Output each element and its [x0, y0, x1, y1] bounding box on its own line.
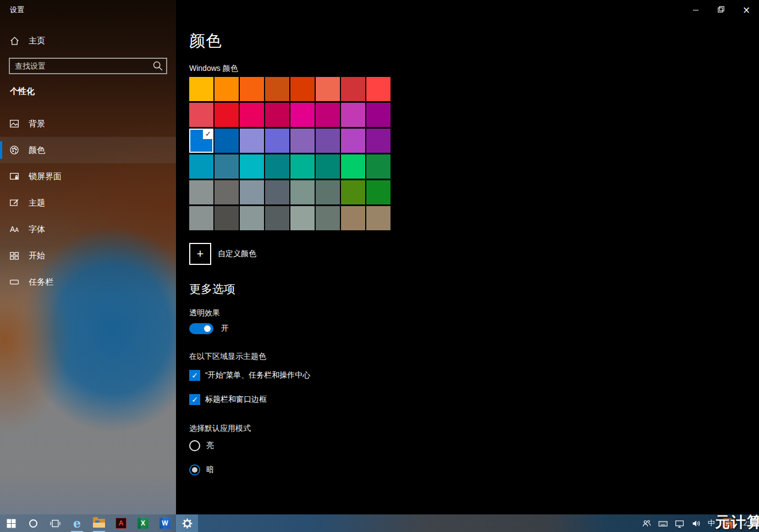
color-swatch[interactable]: [240, 206, 264, 230]
toggle-state-label: 开: [221, 324, 229, 334]
selected-item-indicator: [0, 141, 2, 159]
taskbar-word-button[interactable]: W: [154, 514, 176, 532]
color-swatch[interactable]: [366, 154, 391, 179]
taskbar-acrobat-button[interactable]: A: [110, 514, 132, 532]
color-swatch[interactable]: [316, 180, 340, 204]
color-swatch[interactable]: [341, 154, 365, 179]
color-swatch[interactable]: [341, 103, 365, 127]
color-swatch[interactable]: [341, 206, 365, 230]
color-swatch[interactable]: [316, 154, 340, 179]
checkbox[interactable]: ✓: [189, 394, 200, 405]
color-swatch[interactable]: [215, 103, 239, 127]
toggle-knob-icon: [204, 325, 211, 332]
sidebar-item-background[interactable]: 背景: [0, 110, 176, 137]
color-swatch[interactable]: [189, 77, 213, 101]
settings-search-box[interactable]: [9, 58, 167, 74]
page-title: 颜色: [189, 30, 222, 52]
color-swatch[interactable]: [265, 77, 289, 101]
color-swatch[interactable]: [265, 103, 289, 127]
color-swatch[interactable]: [366, 180, 391, 204]
color-swatch[interactable]: [290, 206, 315, 230]
selected-check-icon: ✓: [203, 129, 213, 139]
color-swatch[interactable]: [240, 154, 264, 179]
color-swatch[interactable]: [316, 103, 340, 127]
color-swatch[interactable]: [240, 77, 264, 101]
tray-ime-button[interactable]: 中: [708, 518, 715, 528]
color-swatch[interactable]: [290, 154, 315, 179]
taskbar-file-explorer-button[interactable]: [88, 514, 110, 532]
sidebar-item-fonts[interactable]: AA字体: [0, 216, 176, 242]
search-input[interactable]: [10, 62, 152, 70]
palette-icon: [9, 145, 20, 156]
color-swatch[interactable]: [215, 77, 239, 101]
sidebar-item-taskbar[interactable]: 任务栏: [0, 269, 176, 295]
sidebar-item-themes[interactable]: 主题: [0, 190, 176, 216]
maximize-button[interactable]: [708, 0, 734, 20]
minimize-button[interactable]: [683, 0, 708, 20]
app-mode-label: 选择默认应用模式: [189, 424, 251, 434]
radio-button[interactable]: [189, 464, 200, 475]
color-swatch[interactable]: [366, 129, 391, 153]
color-swatch[interactable]: [215, 129, 239, 153]
color-swatch[interactable]: [265, 154, 289, 179]
color-swatch[interactable]: [265, 180, 289, 204]
color-swatch[interactable]: [290, 77, 315, 101]
custom-color-button[interactable]: +: [189, 243, 211, 265]
close-button[interactable]: ×: [734, 0, 759, 20]
color-swatch[interactable]: ✓: [189, 129, 213, 153]
tray-volume-button[interactable]: [691, 519, 701, 528]
app-mode-option-1: 暗: [189, 464, 214, 475]
radio-dot-icon: [192, 467, 197, 473]
color-swatch[interactable]: [189, 103, 213, 127]
color-swatch[interactable]: [290, 103, 315, 127]
transparency-toggle[interactable]: [189, 323, 213, 334]
radio-button[interactable]: [189, 440, 200, 451]
color-swatch[interactable]: [265, 129, 289, 153]
restore-icon: [718, 5, 724, 15]
color-swatch[interactable]: [215, 206, 239, 230]
color-swatch[interactable]: [341, 77, 365, 101]
color-swatch[interactable]: [240, 180, 264, 204]
taskbar-cortana-button[interactable]: [22, 514, 44, 532]
color-swatch[interactable]: [316, 129, 340, 153]
color-swatch[interactable]: [316, 206, 340, 230]
checkbox[interactable]: ✓: [189, 370, 200, 381]
start-icon: [7, 519, 16, 528]
file-explorer-icon: [93, 519, 105, 528]
taskbar-start-button[interactable]: [0, 514, 22, 532]
color-swatch[interactable]: [240, 103, 264, 127]
accent-surface-option-0: ✓“开始”菜单、任务栏和操作中心: [189, 370, 310, 381]
taskbar-excel-button[interactable]: X: [132, 514, 154, 532]
color-swatch[interactable]: [366, 103, 391, 127]
color-swatch[interactable]: [341, 129, 365, 153]
color-swatch[interactable]: [265, 206, 289, 230]
color-swatch[interactable]: [316, 77, 340, 101]
watermark-overlay: 元计算: [715, 512, 759, 532]
color-swatch[interactable]: [240, 129, 264, 153]
taskbar-task-view-button[interactable]: [44, 514, 66, 532]
transparency-label: 透明效果: [189, 308, 220, 318]
color-swatch[interactable]: [341, 180, 365, 204]
sidebar-item-colors[interactable]: 颜色: [0, 137, 176, 163]
color-swatch[interactable]: [189, 154, 213, 179]
tray-network-button[interactable]: [675, 519, 684, 528]
sidebar-item-lockscreen[interactable]: 锁屏界面: [0, 163, 176, 190]
color-swatch[interactable]: [366, 206, 391, 230]
search-icon[interactable]: [152, 60, 164, 72]
tray-people-button[interactable]: [642, 519, 651, 528]
color-swatch[interactable]: [215, 154, 239, 179]
color-swatch[interactable]: [290, 129, 315, 153]
taskbar-edge-button[interactable]: e: [66, 514, 88, 532]
color-swatch[interactable]: [189, 206, 213, 230]
accent-surface-option-1: ✓标题栏和窗口边框: [189, 394, 310, 405]
color-swatch[interactable]: [215, 180, 239, 204]
color-swatch[interactable]: [189, 180, 213, 204]
touch-keyboard-icon: [658, 519, 668, 528]
color-swatch[interactable]: [290, 180, 315, 204]
color-swatch[interactable]: [366, 77, 391, 101]
tray-touch-keyboard-button[interactable]: [658, 519, 668, 528]
sidebar-item-start[interactable]: 开始: [0, 242, 176, 269]
sidebar-item-home[interactable]: 主页: [9, 33, 45, 48]
checkbox-label: 标题栏和窗口边框: [205, 395, 267, 404]
taskbar-settings-button[interactable]: [176, 514, 198, 532]
